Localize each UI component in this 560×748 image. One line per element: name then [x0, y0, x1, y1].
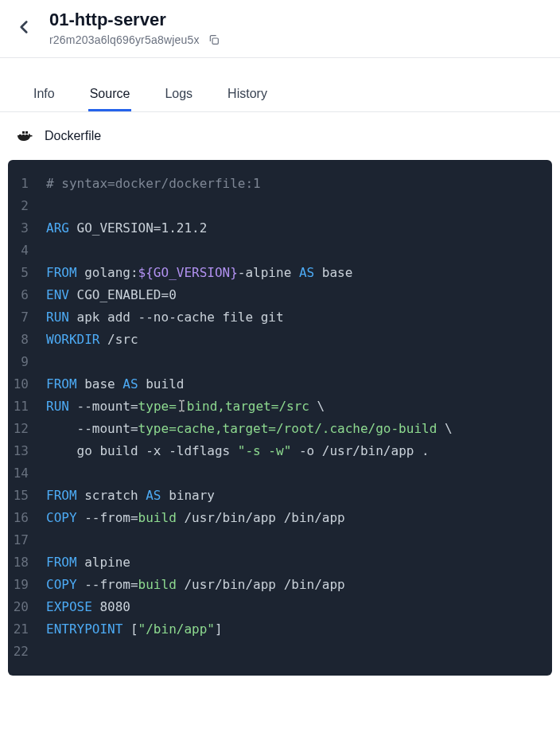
code-content: --mount=type=cache,target=/root/.cache/g…	[46, 418, 453, 440]
line-number: 21	[8, 618, 46, 641]
code-content: WORKDIR /src	[46, 329, 138, 351]
subtitle-row: r26m203a6lq696yr5a8wjeu5x	[49, 33, 544, 46]
line-number: 5	[8, 262, 46, 284]
code-content: ARG GO_VERSION=1.21.2	[46, 217, 207, 240]
line-number: 15	[8, 485, 46, 507]
code-content	[46, 641, 54, 663]
code-content	[46, 462, 54, 485]
code-line: 18FROM alpine	[8, 551, 552, 574]
code-line: 21ENTRYPOINT ["/bin/app"]	[8, 618, 552, 641]
code-line: 19COPY --from=build /usr/bin/app /bin/ap…	[8, 574, 552, 596]
tab-logs[interactable]: Logs	[163, 80, 194, 111]
code-content: RUN --mount=type=bind,target=/src \	[46, 395, 325, 418]
line-number: 22	[8, 641, 46, 663]
code-content	[46, 240, 54, 262]
text-cursor-icon	[177, 399, 187, 413]
code-content	[46, 351, 54, 373]
file-name: Dockerfile	[45, 129, 101, 143]
line-number: 11	[8, 395, 46, 418]
tab-history[interactable]: History	[226, 80, 269, 111]
code-line: 20EXPOSE 8080	[8, 596, 552, 618]
line-number: 20	[8, 596, 46, 618]
code-content: go build -x -ldflags "-s -w" -o /usr/bin…	[46, 440, 430, 462]
code-content: FROM golang:${GO_VERSION}-alpine AS base	[46, 262, 352, 284]
line-number: 1	[8, 173, 46, 195]
code-content: ENTRYPOINT ["/bin/app"]	[46, 618, 223, 641]
build-id: r26m203a6lq696yr5a8wjeu5x	[49, 33, 200, 46]
code-line: 2	[8, 195, 552, 217]
code-content: FROM scratch AS binary	[46, 485, 215, 507]
line-number: 7	[8, 306, 46, 329]
code-line: 16COPY --from=build /usr/bin/app /bin/ap…	[8, 507, 552, 529]
line-number: 4	[8, 240, 46, 262]
back-button[interactable]	[13, 16, 35, 38]
line-number: 14	[8, 462, 46, 485]
code-line: 10FROM base AS build	[8, 373, 552, 395]
line-number: 17	[8, 529, 46, 551]
line-number: 18	[8, 551, 46, 574]
code-content: COPY --from=build /usr/bin/app /bin/app	[46, 574, 345, 596]
file-header: Dockerfile	[0, 111, 560, 160]
tab-bar: InfoSourceLogsHistory	[0, 80, 560, 111]
code-content: COPY --from=build /usr/bin/app /bin/app	[46, 507, 345, 529]
line-number: 19	[8, 574, 46, 596]
line-number: 10	[8, 373, 46, 395]
code-line: 15FROM scratch AS binary	[8, 485, 552, 507]
chevron-left-icon	[14, 17, 34, 37]
line-number: 12	[8, 418, 46, 440]
code-line: 11RUN --mount=type=bind,target=/src \	[8, 395, 552, 418]
code-content: FROM alpine	[46, 551, 130, 574]
code-content: # syntax=docker/dockerfile:1	[46, 173, 261, 195]
line-number: 3	[8, 217, 46, 240]
line-number: 8	[8, 329, 46, 351]
line-number: 9	[8, 351, 46, 373]
line-number: 16	[8, 507, 46, 529]
page-title: 01-http-server	[49, 10, 544, 30]
code-editor[interactable]: 1# syntax=docker/dockerfile:12 3ARG GO_V…	[8, 160, 552, 676]
code-line: 5FROM golang:${GO_VERSION}-alpine AS bas…	[8, 262, 552, 284]
code-line: 22	[8, 641, 552, 663]
title-block: 01-http-server r26m203a6lq696yr5a8wjeu5x	[49, 10, 544, 46]
code-line: 8WORKDIR /src	[8, 329, 552, 351]
code-line: 14	[8, 462, 552, 485]
code-line: 7RUN apk add --no-cache file git	[8, 306, 552, 329]
code-line: 4	[8, 240, 552, 262]
code-content: EXPOSE 8080	[46, 596, 130, 618]
tab-info[interactable]: Info	[32, 80, 56, 111]
code-line: 3ARG GO_VERSION=1.21.2	[8, 217, 552, 240]
code-line: 9	[8, 351, 552, 373]
svg-rect-5	[25, 131, 28, 134]
code-content: ENV CGO_ENABLED=0	[46, 284, 177, 306]
tab-source[interactable]: Source	[88, 80, 132, 111]
code-line: 1# syntax=docker/dockerfile:1	[8, 173, 552, 195]
code-content: RUN apk add --no-cache file git	[46, 306, 284, 329]
code-line: 13 go build -x -ldflags "-s -w" -o /usr/…	[8, 440, 552, 462]
code-content: FROM base AS build	[46, 373, 184, 395]
line-number: 13	[8, 440, 46, 462]
svg-rect-4	[22, 131, 25, 134]
code-line: 12 --mount=type=cache,target=/root/.cach…	[8, 418, 552, 440]
svg-rect-0	[212, 38, 218, 44]
code-line: 17	[8, 529, 552, 551]
page-header: 01-http-server r26m203a6lq696yr5a8wjeu5x	[0, 0, 560, 58]
code-content	[46, 529, 54, 551]
line-number: 2	[8, 195, 46, 217]
docker-icon	[16, 127, 35, 146]
copy-icon[interactable]	[208, 33, 220, 46]
line-number: 6	[8, 284, 46, 306]
code-content	[46, 195, 54, 217]
code-line: 6ENV CGO_ENABLED=0	[8, 284, 552, 306]
